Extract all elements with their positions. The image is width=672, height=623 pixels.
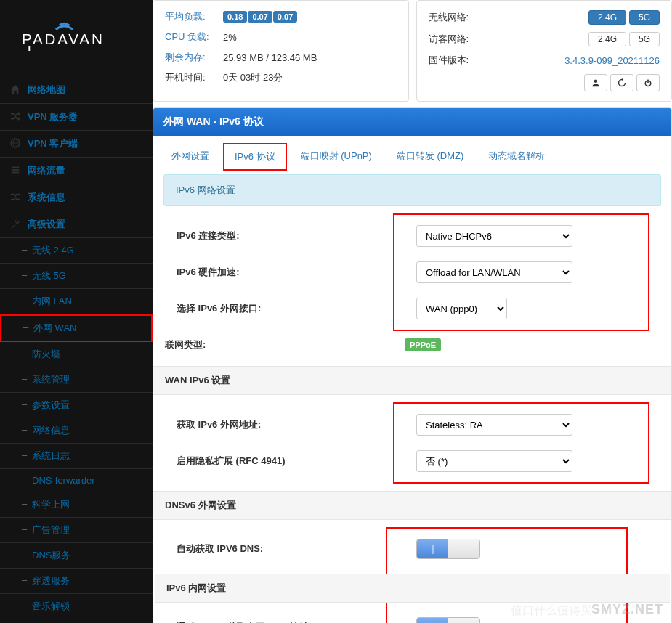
nav-label: 网络地图: [28, 84, 65, 97]
subnav-item-10[interactable]: 科学上网: [0, 492, 153, 517]
nav-item-0[interactable]: 网络地图: [0, 77, 153, 103]
nav-item-3[interactable]: 网络流量: [0, 158, 153, 184]
wireless-5g-button[interactable]: 5G: [629, 10, 660, 25]
power-icon-button[interactable]: [636, 74, 660, 91]
subnav-item-3[interactable]: 外网 WAN: [1, 316, 151, 341]
toggle-通过 DHCP 获取内网 IPv6 地址:[interactable]: ｜: [416, 617, 480, 623]
status-value: 2%: [220, 27, 400, 47]
form-control: ｜: [416, 539, 615, 559]
subnav-item-8[interactable]: 系统日志: [0, 444, 153, 468]
form-label: 获取 IPv6 外网地址:: [177, 418, 416, 431]
subnav-item-4[interactable]: 防火墙: [0, 342, 153, 367]
tab-0[interactable]: 外网设置: [161, 143, 220, 171]
bars-icon: [9, 165, 22, 177]
nav-item-4[interactable]: 系统信息: [0, 184, 153, 211]
subnav-item-12[interactable]: DNS服务: [0, 543, 153, 568]
form-label: 启用隐私扩展 (RFC 4941): [177, 455, 416, 468]
subnav-item-13[interactable]: 穿透服务: [0, 569, 153, 593]
status-value: 0.180.070.07: [220, 7, 400, 27]
connection-type-tag: PPPoE: [405, 338, 441, 351]
tab-3[interactable]: 端口转发 (DMZ): [386, 143, 474, 171]
wireless-24g-button[interactable]: 2.4G: [588, 10, 626, 25]
guest-label: 访客网络:: [426, 28, 484, 50]
section-dnsv6: DNSv6 外网设置: [153, 491, 671, 520]
nav-label: 高级设置: [28, 218, 65, 231]
form-label: 自动获取 IPV6 DNS:: [177, 542, 416, 555]
form-control: WAN (ppp0): [416, 298, 636, 319]
home-icon: [9, 84, 22, 97]
firmware-version-link[interactable]: 3.4.3.9-099_20211126: [564, 55, 660, 66]
form-control: Native DHCPv6: [416, 225, 636, 247]
nav-label: VPN 服务器: [28, 110, 78, 123]
nav-item-2[interactable]: VPN 客户端: [0, 131, 153, 157]
guest-24g-button[interactable]: 2.4G: [588, 32, 626, 46]
tab-2[interactable]: 端口映射 (UPnP): [290, 143, 383, 171]
refresh-icon-button[interactable]: [610, 74, 633, 91]
status-value: 0天 03时 23分: [220, 68, 400, 88]
globe-icon: [9, 138, 22, 150]
status-panel-system: 平均负载:0.180.070.07CPU 负载:2%剩余内存:25.93 MB …: [153, 0, 409, 102]
form-label: IPv6 连接类型:: [177, 229, 416, 243]
load-badge: 0.07: [248, 11, 272, 23]
wrench-icon: [9, 219, 22, 231]
panel-title: 外网 WAN - IPv6 协议: [153, 108, 671, 136]
main-panel: 外网 WAN - IPv6 协议 外网设置IPv6 协议端口映射 (UPnP)端…: [153, 107, 672, 623]
user-icon-button[interactable]: [584, 74, 607, 91]
form-label: 联网类型:: [165, 338, 405, 351]
section-ipv6-lan: IPv6 内网设置: [155, 574, 670, 603]
status-label-link[interactable]: 剩余内存:: [165, 52, 206, 62]
status-label: 平均负载:: [162, 7, 220, 27]
nav-item-1[interactable]: VPN 服务器: [0, 104, 153, 130]
firmware-label: 固件版本:: [426, 50, 484, 70]
select-IPv6 硬件加速:[interactable]: Offload for LAN/WLAN: [416, 261, 572, 283]
form-control: 否 (*): [416, 450, 636, 472]
status-label-link[interactable]: CPU 负载:: [165, 31, 209, 42]
select-启用隐私扩展 (RFC 4941)[interactable]: 否 (*): [416, 450, 572, 472]
status-panel-network: 无线网络: 2.4G 5G 访客网络: 2.4G: [416, 0, 673, 102]
status-label: CPU 负载:: [162, 27, 220, 47]
nav-label: VPN 客户端: [28, 137, 78, 150]
guest-5g-button[interactable]: 5G: [629, 32, 660, 46]
tab-4[interactable]: 动态域名解析: [477, 143, 556, 171]
status-label: 开机时间:: [162, 68, 220, 88]
tab-1[interactable]: IPv6 协议: [223, 143, 287, 171]
subnav-item-2[interactable]: 内网 LAN: [0, 289, 153, 314]
random-icon: [9, 111, 22, 123]
subnav-item-1[interactable]: 无线 5G: [0, 264, 153, 288]
section-ipv6-network: IPv6 网络设置: [163, 174, 661, 206]
sidebar: PADAVAN 网络地图VPN 服务器VPN 客户端网络流量系统信息高级设置无线…: [0, 0, 153, 623]
form-control: ｜: [416, 617, 615, 623]
nav-label: 系统信息: [28, 191, 65, 204]
status-label: 剩余内存:: [162, 47, 220, 68]
select-获取 IPv6 外网地址:[interactable]: Stateless: RA: [416, 414, 572, 436]
shuffle-icon: [9, 192, 22, 204]
load-badge: 0.07: [273, 11, 297, 23]
subnav-item-9[interactable]: DNS-forwarder: [0, 469, 153, 492]
svg-text:PADAVAN: PADAVAN: [22, 30, 105, 47]
form-control: Stateless: RA: [416, 414, 636, 436]
status-label-link[interactable]: 平均负载:: [165, 11, 206, 22]
form-control: PPPoE: [405, 338, 660, 351]
form-control: Offload for LAN/WLAN: [416, 261, 636, 283]
subnav-item-6[interactable]: 参数设置: [0, 393, 153, 418]
select-IPv6 连接类型:[interactable]: Native DHCPv6: [416, 225, 572, 247]
status-value: 25.93 MB / 123.46 MB: [220, 47, 400, 68]
logo: PADAVAN: [0, 0, 153, 77]
form-label: IPv6 硬件加速:: [177, 266, 416, 279]
form-label: 选择 IPv6 外网接口:: [177, 302, 416, 315]
nav-item-5[interactable]: 高级设置: [0, 211, 153, 237]
subnav-item-0[interactable]: 无线 2.4G: [0, 238, 153, 263]
svg-point-8: [594, 80, 598, 84]
subnav-item-7[interactable]: 网络信息: [0, 418, 153, 443]
toggle-自动获取 IPV6 DNS:[interactable]: ｜: [416, 539, 480, 559]
load-badge: 0.18: [223, 11, 247, 23]
select-选择 IPv6 外网接口:[interactable]: WAN (ppp0): [416, 298, 507, 319]
subnav-item-11[interactable]: 广告管理: [0, 518, 153, 542]
wireless-label: 无线网络:: [426, 7, 484, 28]
section-wan-ipv6: WAN IPv6 设置: [153, 366, 671, 395]
subnav-item-14[interactable]: 音乐解锁: [0, 594, 153, 619]
nav-label: 网络流量: [28, 164, 65, 177]
subnav-item-5[interactable]: 系统管理: [0, 367, 153, 392]
